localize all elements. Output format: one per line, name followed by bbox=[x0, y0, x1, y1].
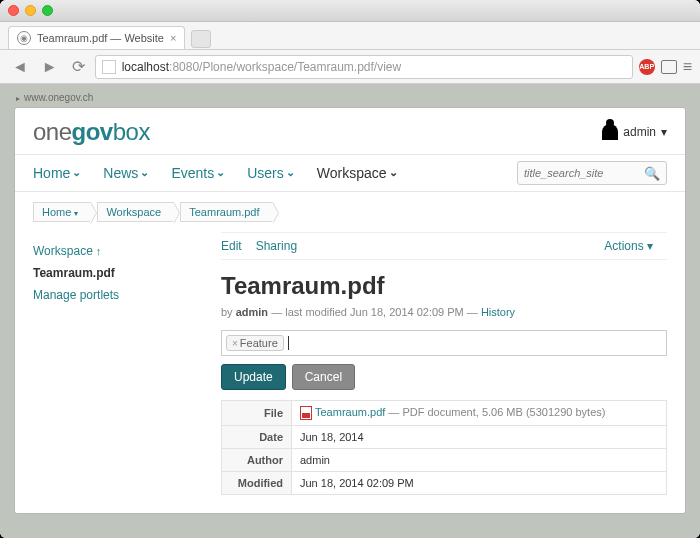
nav-home[interactable]: Home bbox=[33, 165, 81, 181]
meta-key-author: Author bbox=[222, 449, 292, 472]
body: Workspace Teamraum.pdf Manage portlets E… bbox=[15, 232, 685, 513]
menu-icon[interactable]: ≡ bbox=[683, 58, 692, 76]
table-row: Author admin bbox=[222, 449, 667, 472]
crumb-home[interactable]: Home ▾ bbox=[33, 202, 91, 222]
nav-events[interactable]: Events bbox=[171, 165, 225, 181]
actions-menu[interactable]: Actions ▾ bbox=[604, 239, 653, 253]
byline: by admin — last modified Jun 18, 2014 02… bbox=[221, 306, 667, 318]
browser-tab[interactable]: ◉ Teamraum.pdf — Website × bbox=[8, 26, 185, 49]
meta-key-date: Date bbox=[222, 426, 292, 449]
titlebar bbox=[0, 0, 700, 22]
pdf-icon bbox=[300, 406, 312, 420]
sidebar: Workspace Teamraum.pdf Manage portlets bbox=[33, 232, 203, 495]
sidebar-item-manage-portlets[interactable]: Manage portlets bbox=[33, 284, 203, 306]
search-input[interactable] bbox=[524, 167, 644, 179]
meta-val-file: Teamraum.pdf — PDF document, 5.06 MB (53… bbox=[292, 401, 667, 426]
caret-icon: ▾ bbox=[661, 125, 667, 139]
browser-toolbar: ◄ ► ⟳ localhost:8080/Plone/workspace/Tea… bbox=[0, 50, 700, 84]
meta-val-author: admin bbox=[292, 449, 667, 472]
edit-link[interactable]: Edit bbox=[221, 239, 242, 253]
update-button[interactable]: Update bbox=[221, 364, 286, 390]
meta-key-file: File bbox=[222, 401, 292, 426]
tab-close-icon[interactable]: × bbox=[170, 32, 176, 44]
window-maximize-icon[interactable] bbox=[42, 5, 53, 16]
sharing-link[interactable]: Sharing bbox=[256, 239, 297, 253]
forward-icon[interactable]: ► bbox=[38, 56, 62, 78]
page-header: onegovbox admin ▾ bbox=[15, 108, 685, 154]
nav-users[interactable]: Users bbox=[247, 165, 295, 181]
file-link[interactable]: Teamraum.pdf bbox=[315, 406, 385, 418]
user-menu[interactable]: admin ▾ bbox=[602, 124, 667, 140]
cancel-button[interactable]: Cancel bbox=[292, 364, 355, 390]
page-icon bbox=[102, 60, 116, 74]
table-row: Modified Jun 18, 2014 02:09 PM bbox=[222, 472, 667, 495]
nav-news[interactable]: News bbox=[103, 165, 149, 181]
reload-icon[interactable]: ⟳ bbox=[68, 55, 89, 78]
main-content: Edit Sharing Actions ▾ Teamraum.pdf by a… bbox=[221, 232, 667, 495]
url-bar[interactable]: localhost:8080/Plone/workspace/Teamraum.… bbox=[95, 55, 633, 79]
site-link[interactable]: www.onegov.ch bbox=[14, 89, 686, 107]
top-nav: Home News Events Users Workspace 🔍 bbox=[15, 154, 685, 192]
meta-val-modified: Jun 18, 2014 02:09 PM bbox=[292, 472, 667, 495]
abp-icon[interactable]: ABP bbox=[639, 59, 655, 75]
sidebar-item-current[interactable]: Teamraum.pdf bbox=[33, 262, 203, 284]
table-row: Date Jun 18, 2014 bbox=[222, 426, 667, 449]
favicon-icon: ◉ bbox=[17, 31, 31, 45]
tag-input[interactable]: ×Feature bbox=[221, 330, 667, 356]
back-icon[interactable]: ◄ bbox=[8, 56, 32, 78]
browser-window: ◉ Teamraum.pdf — Website × ◄ ► ⟳ localho… bbox=[0, 0, 700, 538]
tab-bar: ◉ Teamraum.pdf — Website × bbox=[0, 22, 700, 50]
sidebar-item-up[interactable]: Workspace bbox=[33, 240, 203, 262]
search-box[interactable]: 🔍 bbox=[517, 161, 667, 185]
window-minimize-icon[interactable] bbox=[25, 5, 36, 16]
nav-workspace[interactable]: Workspace bbox=[317, 165, 398, 181]
crumb-workspace[interactable]: Workspace bbox=[97, 202, 174, 222]
meta-val-date: Jun 18, 2014 bbox=[292, 426, 667, 449]
tab-title: Teamraum.pdf — Website bbox=[37, 32, 164, 44]
viewport: www.onegov.ch onegovbox admin ▾ Home New… bbox=[0, 84, 700, 538]
new-tab-button[interactable] bbox=[191, 30, 211, 48]
metadata-table: File Teamraum.pdf — PDF document, 5.06 M… bbox=[221, 400, 667, 495]
button-row: Update Cancel bbox=[221, 364, 667, 390]
text-cursor bbox=[288, 336, 289, 350]
user-name: admin bbox=[623, 125, 656, 139]
tag-remove-icon[interactable]: × bbox=[232, 338, 238, 349]
page: onegovbox admin ▾ Home News Events Users… bbox=[14, 107, 686, 514]
window-close-icon[interactable] bbox=[8, 5, 19, 16]
content-toolbar: Edit Sharing Actions ▾ bbox=[221, 232, 667, 260]
cast-icon[interactable] bbox=[661, 60, 677, 74]
crumb-current[interactable]: Teamraum.pdf bbox=[180, 202, 272, 222]
url-text: localhost:8080/Plone/workspace/Teamraum.… bbox=[122, 60, 402, 74]
tag-chip[interactable]: ×Feature bbox=[226, 335, 284, 351]
search-icon[interactable]: 🔍 bbox=[644, 166, 660, 181]
page-title: Teamraum.pdf bbox=[221, 272, 667, 300]
logo[interactable]: onegovbox bbox=[33, 118, 150, 146]
meta-key-modified: Modified bbox=[222, 472, 292, 495]
table-row: File Teamraum.pdf — PDF document, 5.06 M… bbox=[222, 401, 667, 426]
user-icon bbox=[602, 124, 618, 140]
history-link[interactable]: History bbox=[481, 306, 515, 318]
breadcrumb: Home ▾ Workspace Teamraum.pdf bbox=[15, 192, 685, 232]
